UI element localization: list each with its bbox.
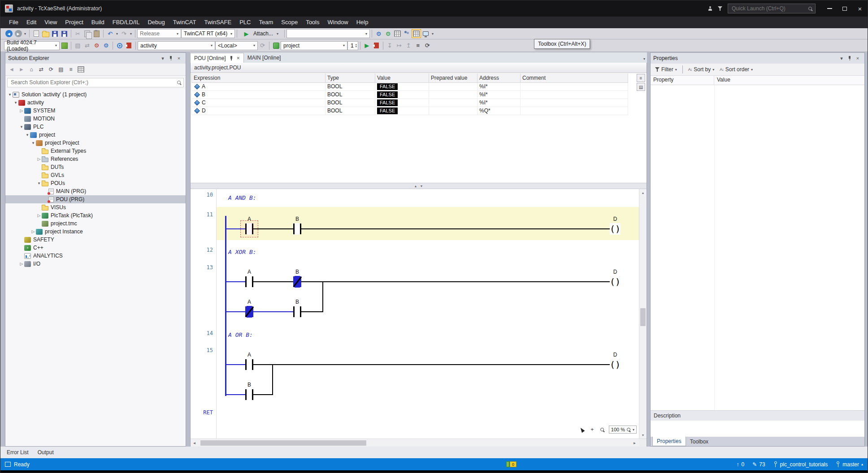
tab-toolbox[interactable]: Toolbox [686, 437, 712, 446]
ladder-vertical-scrollbar[interactable]: ▴ ▾ [639, 189, 647, 439]
open-file-icon[interactable] [41, 29, 50, 38]
chevron-down-icon[interactable]: ▾ [838, 54, 846, 62]
feedback-icon[interactable] [705, 4, 715, 13]
col-value[interactable]: Value [375, 73, 429, 82]
col-comment[interactable]: Comment [521, 73, 628, 82]
close-icon[interactable]: × [175, 54, 183, 62]
tree-item-activity[interactable]: ▾ activity [5, 99, 186, 107]
tab-output[interactable]: Output [38, 449, 54, 456]
maximize-button[interactable] [837, 0, 852, 17]
tree-item-gvls[interactable]: GVLs [5, 171, 186, 179]
redo-dropdown-icon[interactable]: ▾ [129, 29, 133, 38]
tree-item-project-project[interactable]: ▾ project Project [5, 139, 186, 147]
network-number-14[interactable]: 14 [192, 330, 213, 336]
tc-message-badge[interactable]: 0 [506, 461, 516, 467]
tree-item-main-prg[interactable]: MAIN (PRG) [5, 187, 186, 195]
contact-not-b-rung13-top[interactable] [291, 276, 303, 288]
menu-window[interactable]: Window [323, 17, 352, 28]
active-plc-project-combo[interactable]: project▾ [281, 41, 347, 50]
coil-d-rung13[interactable]: () [610, 276, 621, 288]
editor-horizontal-scrollbar[interactable]: ◄ ► [191, 439, 647, 447]
breakpoints-list-icon[interactable]: ≡ [413, 41, 423, 50]
tree-expander-icon[interactable]: ▾ [25, 133, 30, 137]
network-number-11[interactable]: 11 [192, 211, 213, 218]
menu-view[interactable]: View [40, 17, 61, 28]
tree-item-analytics[interactable]: ANALYTICS [5, 252, 186, 260]
tree-item-plctask-plctask[interactable]: ▷ PlcTask (PlcTask) [5, 211, 186, 219]
solution-platform-combo[interactable]: TwinCAT RT (x64)▾ [181, 29, 235, 38]
tree-expander-icon[interactable]: ▾ [30, 141, 36, 145]
menu-help[interactable]: Help [352, 17, 373, 28]
navigate-dropdown-icon[interactable]: ▾ [23, 29, 27, 38]
scrollbar-thumb[interactable] [640, 308, 646, 326]
tree-item-duts[interactable]: DUTs [5, 163, 186, 171]
ladder-editor[interactable]: 10 A AND B: 11 12 A XOR B: 13 14 A OR B:… [191, 189, 647, 439]
redo-icon[interactable]: ↷ [119, 29, 129, 38]
stop-icon[interactable] [372, 41, 381, 50]
new-file-icon[interactable] [31, 29, 41, 38]
attach-dropdown-icon[interactable]: ▾ [275, 29, 280, 38]
save-all-icon[interactable] [60, 29, 69, 38]
pending-edits[interactable]: ✎73 [752, 461, 765, 468]
solution-configuration-combo[interactable]: Release▾ [137, 29, 181, 38]
network-number-12[interactable]: 12 [192, 247, 213, 253]
pin-icon[interactable] [229, 54, 234, 62]
tree-item-external-types[interactable]: External Types [5, 147, 186, 155]
zoom-level-combo[interactable]: 100 % ▾ [609, 426, 637, 434]
tree-item-references[interactable]: ▷ References [5, 155, 186, 163]
zoom-tool-icon[interactable] [599, 426, 607, 434]
settings-gear-icon[interactable]: ⚙ [374, 29, 383, 38]
copy-icon[interactable] [82, 29, 92, 38]
menu-build[interactable]: Build [87, 17, 108, 28]
minimize-button[interactable] [822, 0, 837, 17]
login-play-icon[interactable]: ▶ [362, 41, 372, 50]
tree-expander-icon[interactable]: ▾ [36, 181, 42, 185]
step-out-icon[interactable]: ↥ [404, 41, 413, 50]
undo-icon[interactable]: ↶ [105, 29, 115, 38]
coil-d-rung11[interactable]: () [610, 223, 621, 235]
toolbox-icon[interactable] [412, 29, 421, 38]
tree-item-project-tmc[interactable]: project.tmc [5, 219, 186, 228]
menu-twinsafe[interactable]: TwinSAFE [200, 17, 235, 28]
network-number-15[interactable]: 15 [192, 347, 213, 353]
refresh-icon[interactable]: ⟳ [47, 65, 56, 74]
pin-icon[interactable] [846, 54, 854, 62]
pin-icon[interactable] [167, 54, 175, 62]
tree-item-plc[interactable]: ▾ PLC [5, 123, 186, 131]
close-icon[interactable]: × [854, 54, 862, 62]
runtime-combo[interactable]: <Local>▾ [215, 41, 258, 50]
table-row-a[interactable]: A BOOL FALSE %I* [192, 82, 628, 90]
navigate-back-icon[interactable]: ◄ [4, 29, 13, 38]
step-into-icon[interactable]: ↧ [385, 41, 395, 50]
solution-search-input[interactable] [10, 79, 177, 86]
back-icon[interactable]: ◄ [7, 65, 16, 74]
tab-error-list[interactable]: Error List [7, 449, 29, 456]
sort-by-button[interactable]: A↓ Sort by ▾ [686, 65, 716, 74]
free-run-icon[interactable]: ⟳ [258, 41, 267, 50]
repository-name[interactable]: plc_control_tutorials [773, 461, 828, 468]
table-row-d[interactable]: D BOOL FALSE %Q* [192, 107, 628, 115]
menu-debug[interactable]: Debug [143, 17, 169, 28]
col-address[interactable]: Address [477, 73, 521, 82]
col-prepared-value[interactable]: Prepared value [429, 73, 477, 82]
push-count[interactable]: ↑0 [736, 461, 744, 468]
close-button[interactable]: × [852, 0, 868, 17]
tree-item-system[interactable]: ▷ SYSTEM [5, 107, 186, 115]
twincat-gear-icon[interactable]: ⚙ [383, 29, 393, 38]
collapse-all-icon[interactable]: ▤ [56, 65, 65, 74]
home-icon[interactable]: ⌂ [27, 65, 36, 74]
menu-file[interactable]: File [5, 17, 22, 28]
show-all-files-icon[interactable]: ≡ [66, 65, 75, 74]
network-number-10[interactable]: 10 [192, 192, 213, 198]
sort-order-button[interactable]: A↓ Sort order ▾ [718, 65, 755, 74]
config-mode-icon[interactable]: ⚙ [92, 41, 101, 50]
contact-a-rung13-top[interactable] [243, 276, 255, 288]
select-tool-icon[interactable] [578, 426, 586, 434]
tree-item-pous[interactable]: ▾ POUs [5, 179, 186, 187]
instance-stepper[interactable]: 1 ▴▾ [347, 41, 358, 50]
table-row-c[interactable]: C BOOL FALSE %I* [192, 99, 628, 107]
chevron-down-icon[interactable]: ▾ [159, 54, 167, 62]
target-system-combo[interactable]: activity▾ [138, 41, 215, 50]
tree-item-project[interactable]: ▾ project [5, 131, 186, 139]
notifications-icon[interactable] [715, 4, 725, 13]
